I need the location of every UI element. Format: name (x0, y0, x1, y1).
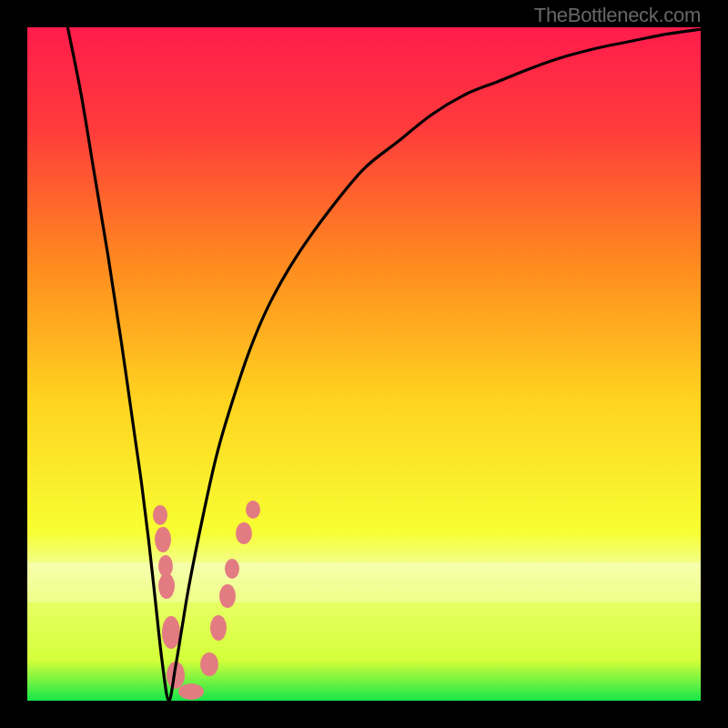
chart-svg (27, 27, 701, 701)
curve-marker (162, 616, 180, 649)
attribution-text: TheBottleneck.com (534, 4, 701, 27)
curve-marker (153, 505, 167, 525)
curve-marker (200, 652, 218, 676)
plot-area (27, 27, 701, 701)
curve-marker (246, 500, 260, 519)
curve-marker (236, 522, 252, 544)
curve-marker (178, 683, 204, 700)
curve-marker (225, 559, 239, 579)
curve-marker (210, 615, 227, 641)
curve-marker (158, 573, 175, 599)
chart-frame: TheBottleneck.com (0, 0, 728, 728)
curve-marker (155, 527, 171, 552)
curve-marker (219, 584, 236, 608)
light-band (27, 562, 701, 602)
